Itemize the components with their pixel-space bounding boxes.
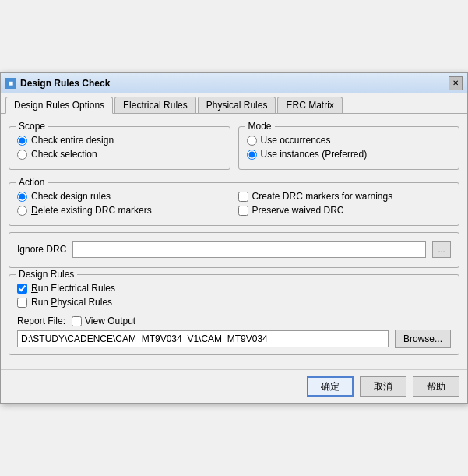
- help-button[interactable]: 帮助: [413, 376, 459, 397]
- action-delete-label: Delete existing DRC markers: [31, 205, 152, 216]
- preserve-waived-checkbox[interactable]: [238, 206, 248, 216]
- scope-selection-label: Check selection: [31, 149, 97, 160]
- tab-erc-matrix[interactable]: ERC Matrix: [277, 97, 342, 113]
- title-bar-left: ■ Design Rules Check: [5, 78, 110, 89]
- action-group: Action Check design rules Delete existin…: [9, 182, 459, 226]
- report-file-row: Report File: View Output: [17, 316, 451, 326]
- create-drc-checkbox[interactable]: [238, 192, 248, 202]
- ignore-drc-label: Ignore DRC: [17, 244, 66, 255]
- action-preserve-waived[interactable]: Preserve waived DRC: [238, 205, 452, 216]
- ignore-drc-input[interactable]: [72, 241, 426, 258]
- title-bar: ■ Design Rules Check ✕: [1, 73, 467, 93]
- preserve-waived-label: Preserve waived DRC: [252, 205, 344, 216]
- tab-physical-rules[interactable]: Physical Rules: [198, 97, 276, 113]
- design-rules-group: Design Rules Run Electrical Rules Run Ph…: [9, 274, 459, 355]
- design-rules-content: Run Electrical Rules Run Physical Rules …: [17, 280, 451, 348]
- app-icon: ■: [5, 78, 16, 89]
- action-check-radio[interactable]: [17, 192, 27, 202]
- report-file-path-input[interactable]: [17, 330, 389, 347]
- run-physical-label: Run Physical Rules: [31, 297, 112, 308]
- mode-group: Mode Use occurrences Use instances (Pref…: [238, 126, 460, 170]
- scope-entire-design[interactable]: Check entire design: [17, 135, 222, 146]
- confirm-button[interactable]: 确定: [307, 376, 354, 397]
- action-legend: Action: [16, 177, 48, 188]
- close-button[interactable]: ✕: [449, 76, 463, 90]
- ignore-drc-row: Ignore DRC ...: [17, 238, 451, 261]
- report-file-path-row: Browse...: [17, 330, 451, 348]
- action-check-label: Check design rules: [31, 191, 111, 202]
- action-delete-radio[interactable]: [17, 206, 27, 216]
- run-electrical-rules[interactable]: Run Electrical Rules: [17, 283, 451, 294]
- tab-electrical-rules[interactable]: Electrical Rules: [114, 97, 196, 113]
- mode-instances[interactable]: Use instances (Preferred): [247, 149, 452, 160]
- create-drc-label: Create DRC markers for warnings: [252, 191, 393, 202]
- report-file-label: Report File:: [17, 316, 65, 326]
- view-output-label: View Output: [85, 316, 135, 326]
- main-content: Scope Check entire design Check selectio…: [1, 114, 467, 369]
- action-right: Create DRC markers for warnings Preserve…: [238, 191, 452, 219]
- run-physical-checkbox[interactable]: [17, 298, 27, 308]
- action-left: Check design rules Delete existing DRC m…: [17, 191, 230, 219]
- ignore-drc-browse-button[interactable]: ...: [432, 241, 451, 258]
- view-output-checkbox[interactable]: [72, 316, 82, 326]
- mode-instances-label: Use instances (Preferred): [261, 149, 368, 160]
- ignore-drc-group: Ignore DRC ...: [9, 232, 459, 268]
- cancel-button[interactable]: 取消: [360, 376, 406, 397]
- scope-entire-label: Check entire design: [31, 135, 114, 146]
- view-output-option[interactable]: View Output: [72, 316, 135, 326]
- scope-entire-radio[interactable]: [17, 136, 27, 146]
- action-create-drc-markers[interactable]: Create DRC markers for warnings: [238, 191, 452, 202]
- run-physical-rules[interactable]: Run Physical Rules: [17, 297, 451, 308]
- mode-occurrences-radio[interactable]: [247, 136, 257, 146]
- browse-button[interactable]: Browse...: [395, 330, 451, 348]
- mode-occurrences-label: Use occurrences: [261, 135, 331, 146]
- mode-legend: Mode: [245, 121, 275, 132]
- mode-instances-radio[interactable]: [247, 150, 257, 160]
- tab-design-rules-options[interactable]: Design Rules Options: [5, 97, 113, 114]
- main-window: ■ Design Rules Check ✕ Design Rules Opti…: [0, 72, 468, 404]
- design-rules-legend: Design Rules: [16, 269, 77, 280]
- scope-selection[interactable]: Check selection: [17, 149, 222, 160]
- scope-selection-radio[interactable]: [17, 150, 27, 160]
- footer: 确定 取消 帮助: [1, 369, 467, 403]
- run-electrical-label: Run Electrical Rules: [31, 283, 115, 294]
- run-electrical-checkbox[interactable]: [17, 284, 27, 294]
- window-title: Design Rules Check: [20, 78, 110, 89]
- mode-occurrences[interactable]: Use occurrences: [247, 135, 452, 146]
- action-check-design-rules[interactable]: Check design rules: [17, 191, 230, 202]
- action-delete-existing[interactable]: Delete existing DRC markers: [17, 205, 230, 216]
- scope-group: Scope Check entire design Check selectio…: [9, 126, 230, 170]
- scope-legend: Scope: [16, 121, 48, 132]
- tab-bar: Design Rules Options Electrical Rules Ph…: [1, 93, 467, 114]
